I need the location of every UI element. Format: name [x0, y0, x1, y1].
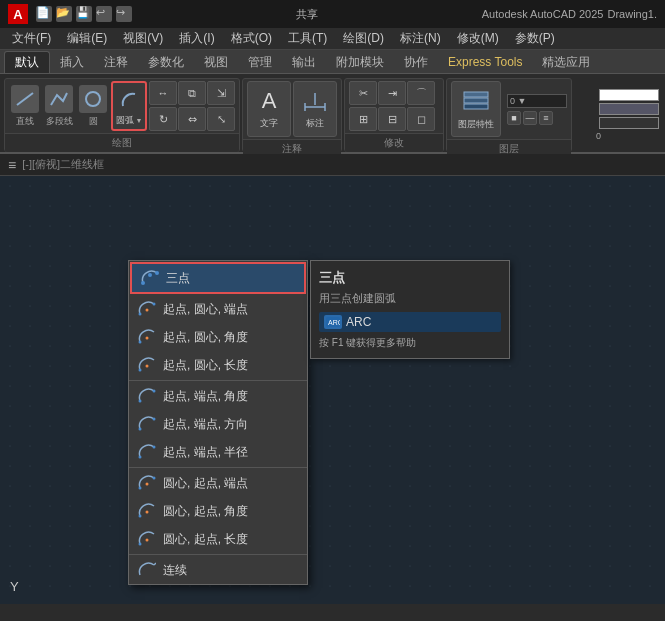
tab-manage[interactable]: 管理	[238, 51, 282, 73]
layers-tool[interactable]: 图层特性	[451, 81, 501, 137]
circle-label: 圆	[89, 115, 98, 128]
tab-parametric[interactable]: 参数化	[138, 51, 194, 73]
menu-dimension[interactable]: 标注(N)	[392, 28, 449, 49]
layer-selector[interactable]: 0 ▼	[507, 94, 567, 108]
arc-s-c-a-label: 起点, 圆心, 角度	[163, 329, 248, 346]
menu-tools[interactable]: 工具(T)	[280, 28, 335, 49]
arc-c-s-a-icon	[137, 502, 157, 520]
menu-draw[interactable]: 绘图(D)	[335, 28, 392, 49]
menu-modify[interactable]: 修改(M)	[449, 28, 507, 49]
layers-group: 图层特性 0 ▼ ■ — ≡ 图层	[446, 78, 572, 152]
viewport: ≡ [-][俯视]二维线框 Y 三点 起点, 圆心,	[0, 154, 665, 604]
layer-swatch[interactable]	[599, 103, 659, 115]
tooltip-title: 三点	[319, 269, 501, 287]
menu-format[interactable]: 格式(O)	[223, 28, 280, 49]
arc-menu-s-c-a[interactable]: 起点, 圆心, 角度	[129, 323, 307, 351]
arc-continue-label: 连续	[163, 562, 187, 579]
arc-menu-s-e-a[interactable]: 起点, 端点, 角度	[129, 382, 307, 410]
redo-icon[interactable]: ↪	[116, 6, 132, 22]
menu-params[interactable]: 参数(P)	[507, 28, 563, 49]
svg-point-14	[139, 313, 142, 316]
arc-tool[interactable]: 圆弧 ▼	[111, 81, 147, 131]
tab-express-tools[interactable]: Express Tools	[438, 51, 532, 73]
arc-c-s-l-icon	[137, 530, 157, 548]
drawing-area[interactable]: Y	[0, 176, 665, 604]
fillet-tool[interactable]: ⌒	[407, 81, 435, 105]
menu-view[interactable]: 视图(V)	[115, 28, 171, 49]
viewport-menu-icon[interactable]: ≡	[8, 157, 16, 173]
arc-menu-three-point[interactable]: 三点	[130, 262, 306, 294]
copy-tool[interactable]: ⧉	[178, 81, 206, 105]
arc-s-c-e-icon	[137, 300, 157, 318]
ltype-swatch[interactable]	[599, 117, 659, 129]
arc-s-e-a-icon	[137, 387, 157, 405]
color-swatch[interactable]	[599, 89, 659, 101]
array-tool[interactable]: ⊞	[349, 107, 377, 131]
layer-linetype-btn[interactable]: —	[523, 111, 537, 125]
mirror-tool[interactable]: ⇔	[178, 107, 206, 131]
chamfer-tool[interactable]: ◻	[407, 107, 435, 131]
arc-menu-c-s-e[interactable]: 圆心, 起点, 端点	[129, 469, 307, 497]
scale-tool[interactable]: ⤡	[207, 107, 235, 131]
arc-tooltip: 三点 用三点创建圆弧 ARC ARC 按 F1 键获得更多帮助	[310, 260, 510, 359]
svg-point-22	[153, 390, 156, 393]
arc-menu-s-c-e[interactable]: 起点, 圆心, 端点	[129, 295, 307, 323]
right-property-panel: 0	[594, 78, 661, 152]
trim-tool[interactable]: ✂	[349, 81, 377, 105]
arc-menu-s-e-r[interactable]: 起点, 端点, 半径	[129, 438, 307, 466]
line-label: 直线	[16, 115, 34, 128]
save-icon[interactable]: 💾	[76, 6, 92, 22]
tab-addons[interactable]: 附加模块	[326, 51, 394, 73]
stretch-tool[interactable]: ⇲	[207, 81, 235, 105]
tab-collab[interactable]: 协作	[394, 51, 438, 73]
circle-icon	[79, 85, 107, 113]
layers-group-content: 图层特性 0 ▼ ■ — ≡	[447, 79, 571, 139]
arc-s-e-d-label: 起点, 端点, 方向	[163, 416, 248, 433]
menu-insert[interactable]: 插入(I)	[171, 28, 222, 49]
move-tool[interactable]: ↔	[149, 81, 177, 105]
circle-tool[interactable]: 圆	[77, 81, 109, 131]
polyline-tool[interactable]: 多段线	[43, 81, 75, 131]
tab-view[interactable]: 视图	[194, 51, 238, 73]
arc-menu-s-c-l[interactable]: 起点, 圆心, 长度	[129, 351, 307, 379]
dimension-tool[interactable]: 标注	[293, 81, 337, 137]
line-icon	[11, 85, 39, 113]
annotation-group: A 文字 标注 注释	[242, 78, 342, 152]
layers-label: 图层特性	[458, 118, 494, 131]
arc-menu-c-s-l[interactable]: 圆心, 起点, 长度	[129, 525, 307, 553]
svg-point-33	[139, 543, 142, 546]
app-title: Autodesk AutoCAD 2025	[482, 8, 604, 20]
offset-tool[interactable]: ⊟	[378, 107, 406, 131]
undo-icon[interactable]: ↩	[96, 6, 112, 22]
open-icon[interactable]: 📂	[56, 6, 72, 22]
arc-menu-s-e-d[interactable]: 起点, 端点, 方向	[129, 410, 307, 438]
svg-point-29	[153, 477, 156, 480]
tab-insert[interactable]: 插入	[50, 51, 94, 73]
layer-select-row: 0 ▼	[507, 94, 567, 108]
extend-tool[interactable]: ⇥	[378, 81, 406, 105]
arc-menu-continue[interactable]: 连续	[129, 556, 307, 584]
tab-output[interactable]: 输出	[282, 51, 326, 73]
arc-menu-c-s-a[interactable]: 圆心, 起点, 角度	[129, 497, 307, 525]
ltype-prop-row	[596, 117, 659, 129]
menu-file[interactable]: 文件(F)	[4, 28, 59, 49]
line-tool[interactable]: 直线	[9, 81, 41, 131]
arc-s-c-l-label: 起点, 圆心, 长度	[163, 357, 248, 374]
layer-prop-row	[596, 103, 659, 115]
svg-line-0	[17, 93, 33, 105]
svg-point-30	[146, 511, 149, 514]
text-tool[interactable]: A 文字	[247, 81, 291, 137]
modify-row-1: ✂ ⇥ ⌒	[349, 81, 435, 105]
menu-edit[interactable]: 编辑(E)	[59, 28, 115, 49]
rotate-tool[interactable]: ↻	[149, 107, 177, 131]
svg-point-31	[139, 515, 142, 518]
tab-annotation[interactable]: 注释	[94, 51, 138, 73]
title-bar-right: Autodesk AutoCAD 2025 Drawing1.	[482, 8, 657, 20]
new-icon[interactable]: 📄	[36, 6, 52, 22]
arc-menu-divider-2	[129, 467, 307, 468]
tab-featured[interactable]: 精选应用	[532, 51, 600, 73]
layer-color-btn[interactable]: ■	[507, 111, 521, 125]
tab-default[interactable]: 默认	[4, 51, 50, 73]
layer-lineweight-btn[interactable]: ≡	[539, 111, 553, 125]
layer-controls: 0 ▼ ■ — ≡	[507, 94, 567, 125]
